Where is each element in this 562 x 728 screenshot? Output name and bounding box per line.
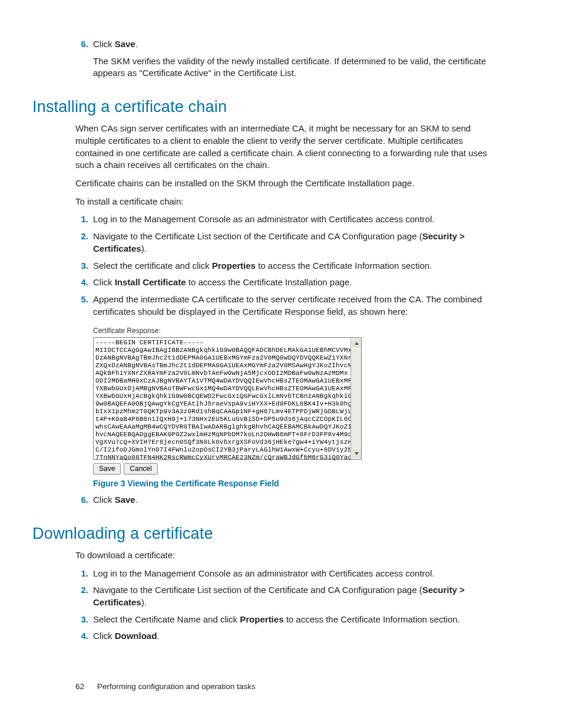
step-text: Log in to the Management Console as an a… — [93, 213, 503, 226]
step-number: 1. — [75, 568, 88, 580]
install-chain-p2: Certificate chains can be installed on t… — [75, 177, 503, 190]
install-step-1: 1. Log in to the Management Console as a… — [75, 213, 503, 226]
section-heading-download-cert: Downloading a certificate — [32, 523, 503, 545]
scroll-down-button[interactable] — [351, 448, 361, 459]
download-cert-steps: 1. Log in to the Management Console as a… — [75, 568, 503, 643]
step-number: 6. — [75, 494, 88, 506]
page-number: 62 — [75, 682, 84, 691]
install-chain-steps: 1. Log in to the Management Console as a… — [75, 213, 503, 318]
download-step-2: 2. Navigate to the Certificate List sect… — [75, 584, 503, 608]
install-step-5: 5. Append the intermediate CA certificat… — [75, 294, 503, 318]
scrollbar[interactable] — [351, 338, 361, 459]
download-step-4: 4. Click Download. — [75, 630, 503, 643]
download-cert-p1: To download a certificate: — [75, 549, 503, 562]
step-text: Select the Certificate Name and click Pr… — [93, 614, 503, 626]
triangle-up-icon — [354, 341, 359, 346]
install-step-6: 6. Click Save. — [75, 494, 503, 506]
step-text: Navigate to the Certificate List section… — [93, 584, 503, 608]
svg-marker-0 — [355, 342, 359, 345]
step-description: The SKM verifies the validity of the new… — [93, 55, 503, 80]
step-number: 4. — [75, 630, 88, 643]
step-text: Click Save. The SKM verifies the validit… — [93, 38, 503, 80]
install-chain-p3: To install a certificate chain: — [75, 196, 503, 208]
install-chain-body: When CAs sign server certificates with a… — [75, 123, 503, 506]
step-number: 4. — [75, 276, 88, 289]
svg-marker-1 — [355, 452, 359, 455]
step-text: Click Install Certificate to access the … — [93, 276, 503, 289]
save-button[interactable]: Save — [93, 463, 121, 475]
step-number: 6. — [75, 38, 88, 51]
step-text: Log in to the Management Console as an a… — [93, 568, 503, 580]
step-text: Click Download. — [93, 630, 503, 643]
download-step-3: 3. Select the Certificate Name and click… — [75, 614, 503, 626]
step-text: Navigate to the Certificate List section… — [93, 230, 503, 255]
cancel-button[interactable]: Cancel — [124, 463, 157, 475]
figure-certificate-response: Certificate Response: -----BEGIN CERTIFI… — [93, 326, 362, 475]
step-number: 3. — [75, 260, 88, 272]
install-step-4: 4. Click Install Certificate to access t… — [75, 276, 503, 289]
scroll-up-button[interactable] — [351, 338, 361, 349]
step-number: 5. — [75, 294, 88, 306]
certificate-response-textarea[interactable]: -----BEGIN CERTIFICATE----- MIIDCTCCAgGg… — [93, 337, 362, 460]
prev-section-tail: 6. Click Save. The SKM verifies the vali… — [75, 38, 503, 80]
certificate-response-content: -----BEGIN CERTIFICATE----- MIIDCTCCAgGg… — [94, 338, 361, 463]
step-number: 2. — [75, 230, 88, 243]
certificate-response-label: Certificate Response: — [93, 326, 362, 336]
step-number: 3. — [75, 614, 88, 626]
download-cert-body: To download a certificate: 1. Log in to … — [75, 549, 503, 643]
install-step-2: 2. Navigate to the Certificate List sect… — [75, 230, 503, 255]
install-step-3: 3. Select the certificate and click Prop… — [75, 260, 503, 272]
step-text: Select the certificate and click Propert… — [93, 260, 503, 272]
download-step-1: 1. Log in to the Management Console as a… — [75, 568, 503, 580]
step-text: Append the intermediate CA certificate t… — [93, 294, 503, 318]
triangle-down-icon — [354, 451, 359, 456]
install-chain-p1: When CAs sign server certificates with a… — [75, 123, 503, 172]
page-footer: 62 Performing configuration and operatio… — [75, 681, 255, 693]
section-heading-install-chain: Installing a certificate chain — [32, 96, 503, 118]
step-number: 1. — [75, 213, 88, 226]
figure-caption: Figure 3 Viewing the Certificate Respons… — [93, 478, 503, 489]
prev-step-6: 6. Click Save. The SKM verifies the vali… — [75, 38, 503, 80]
step-text: Click Save. — [93, 494, 503, 506]
step-number: 2. — [75, 584, 88, 597]
install-chain-steps-cont: 6. Click Save. — [75, 494, 503, 506]
footer-title: Performing configuration and operation t… — [97, 682, 256, 691]
